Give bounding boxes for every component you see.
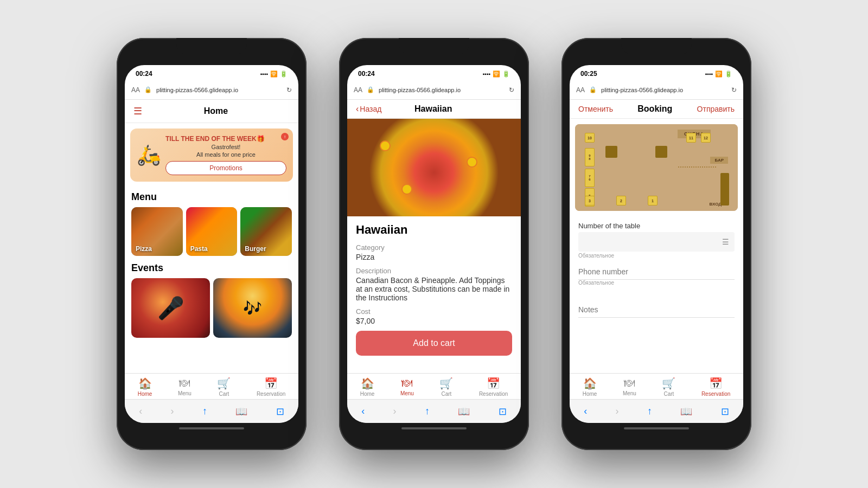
address-bar-1: AA 🔒 plitting-pizzas-0566.glideapp.io ↻: [125, 80, 298, 100]
phone-1: 00:24 ▪▪▪▪ 🛜 🔋 AA 🔒 plitting-pizzas-0566…: [117, 38, 307, 450]
nav-reservation-1[interactable]: 📅 Reservation: [257, 377, 285, 397]
concert-icon: 🎶: [243, 299, 262, 317]
p3-title: Booking: [637, 104, 672, 114]
notch-1: [176, 38, 247, 54]
p1-content: ☰ Home 🛵 TILL THE END OF THE WEEK🎁 Gastr…: [125, 100, 298, 399]
table-9-8[interactable]: 98: [585, 148, 595, 166]
bottom-nav-1: 🏠 Home 🍽 Menu 🛒 Cart 📅 Reservation: [125, 373, 298, 399]
lock-icon-1: 🔒: [144, 86, 152, 93]
url-1: plitting-pizzas-0566.glideapp.io: [156, 87, 282, 93]
wifi-icon-1: 🛜: [270, 70, 278, 78]
send-button[interactable]: Отправить: [697, 105, 735, 113]
phone-input[interactable]: [578, 264, 735, 280]
wifi-icon-2: 🛜: [493, 70, 500, 78]
table-10[interactable]: 10: [585, 133, 595, 143]
forward-btn-2[interactable]: ›: [393, 406, 397, 417]
nav-cart-3[interactable]: 🛒 Cart: [662, 377, 675, 397]
signal-icon-2: ▪▪▪▪: [483, 71, 490, 77]
status-bar-3: 00:25 ▪▪▪▪ 🛜 🔋: [570, 65, 743, 80]
promotions-button[interactable]: Promotions: [165, 161, 286, 175]
tabs-btn-2[interactable]: ⊡: [499, 406, 507, 418]
nav-reservation-2[interactable]: 📅 Reservation: [479, 377, 508, 397]
cost-label: Cost: [356, 307, 512, 316]
dark-block-3: [720, 173, 729, 206]
signal-icon-3: ▪▪▪▪: [705, 71, 713, 77]
cart-icon-2: 🛒: [439, 377, 453, 390]
promo-title: TILL THE END OF THE WEEK🎁: [165, 135, 286, 143]
pizza-image: [347, 119, 521, 216]
event-mic[interactable]: 🎤: [131, 278, 210, 338]
nav-reservation-3[interactable]: 📅 Reservation: [701, 377, 730, 397]
nav-cart-2[interactable]: 🛒 Cart: [439, 377, 453, 397]
nav-cart-1[interactable]: 🛒 Cart: [217, 377, 231, 397]
reload-icon-3: ↻: [731, 86, 737, 94]
menu-item-burger[interactable]: Burger: [240, 207, 292, 256]
nav-home-3[interactable]: 🏠 Home: [583, 377, 597, 397]
dark-block-1: [605, 146, 617, 158]
nav-menu-2[interactable]: 🍽 Menu: [400, 377, 414, 397]
cancel-button[interactable]: Отменить: [578, 105, 613, 113]
share-btn-1[interactable]: ↑: [202, 406, 207, 417]
table-1[interactable]: 1: [648, 196, 658, 206]
bookmarks-btn-3[interactable]: 📖: [680, 406, 692, 418]
pineapple-3: [401, 184, 412, 195]
pizza-label: Pizza: [136, 245, 152, 253]
tabs-btn-3[interactable]: ⊡: [721, 406, 729, 418]
share-btn-2[interactable]: ↑: [425, 406, 430, 417]
home-icon-3: 🏠: [583, 377, 597, 390]
pasta-label: Pasta: [190, 245, 208, 253]
home-bar-2: [401, 427, 467, 429]
screen-1: 00:24 ▪▪▪▪ 🛜 🔋 AA 🔒 plitting-pizzas-0566…: [125, 65, 298, 423]
p2-title: Hawaiian: [381, 104, 485, 114]
nav-menu-3[interactable]: 🍽 Menu: [623, 377, 636, 397]
back-btn-1[interactable]: ‹: [139, 406, 142, 417]
events-grid: 🎤 🎶: [125, 276, 298, 340]
table-number-label: Number of the table: [578, 222, 735, 230]
forward-btn-3[interactable]: ›: [616, 406, 619, 417]
event-concert-inner: 🎶: [213, 278, 292, 338]
cart-icon-1: 🛒: [217, 377, 231, 390]
hamburger-icon[interactable]: ☰: [133, 105, 142, 117]
table-2[interactable]: 2: [616, 196, 626, 206]
menu-item-pizza[interactable]: Pizza: [131, 207, 183, 256]
phone-required: Обязательное: [578, 280, 735, 286]
promo-badge: !: [281, 133, 289, 140]
tabs-btn-1[interactable]: ⊡: [276, 406, 284, 418]
nav-home-1[interactable]: 🏠 Home: [138, 377, 152, 397]
menu-label-3: Menu: [623, 390, 636, 396]
table-3[interactable]: 3: [585, 196, 595, 206]
back-btn-3[interactable]: ‹: [584, 406, 587, 417]
nav-home-2[interactable]: 🏠 Home: [360, 377, 375, 397]
menu-item-pasta[interactable]: Pasta: [186, 207, 238, 256]
back-button-2[interactable]: ‹ Назад: [356, 104, 381, 114]
burger-label: Burger: [245, 245, 266, 253]
forward-btn-1[interactable]: ›: [171, 406, 174, 417]
p2-content: ‹ Назад Hawaiian Hawaiian Ca: [347, 100, 521, 399]
bookmarks-btn-1[interactable]: 📖: [235, 406, 247, 418]
table-input-icon: ☰: [722, 237, 729, 246]
add-to-cart-button[interactable]: Add to cart: [356, 331, 512, 356]
bookmarks-btn-2[interactable]: 📖: [458, 406, 470, 418]
home-icon-1: 🏠: [138, 377, 152, 390]
table-11[interactable]: 11: [686, 133, 696, 143]
promo-subtitle1: Gastrofest!: [165, 144, 286, 150]
p2-header: ‹ Назад Hawaiian: [347, 100, 521, 119]
table-number-input[interactable]: ☰: [578, 232, 735, 252]
home-icon-2: 🏠: [361, 377, 374, 390]
back-btn-2[interactable]: ‹: [361, 406, 365, 417]
table-7-6[interactable]: 76: [585, 169, 595, 187]
reservation-icon-2: 📅: [487, 377, 500, 390]
seating-map: СЦЕНА БАР ВХОД 10 1: [575, 124, 738, 211]
promo-subtitle2: All meals for one price: [165, 151, 286, 158]
notes-input[interactable]: [578, 302, 735, 318]
event-concert[interactable]: 🎶: [213, 278, 292, 338]
description-label: Description: [356, 267, 512, 275]
nav-menu-1[interactable]: 🍽 Menu: [178, 377, 192, 397]
status-bar-2: 00:24 ▪▪▪▪ 🛜 🔋: [347, 65, 521, 80]
table-12[interactable]: 12: [701, 133, 711, 143]
share-btn-3[interactable]: ↑: [647, 406, 652, 417]
phones-container: 00:24 ▪▪▪▪ 🛜 🔋 AA 🔒 plitting-pizzas-0566…: [117, 38, 751, 450]
browser-bar-3: ‹ › ↑ 📖 ⊡: [570, 399, 743, 423]
promo-icon: 🛵: [137, 144, 161, 166]
back-label-2: Назад: [360, 105, 381, 113]
